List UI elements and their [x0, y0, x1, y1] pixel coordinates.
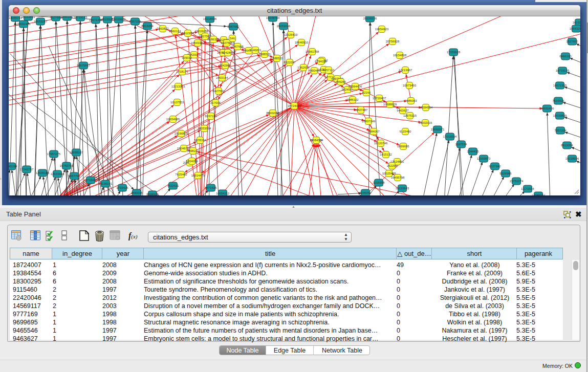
svg-text:1167534: 1167534: [455, 143, 468, 146]
svg-text:19218506: 19218506: [203, 17, 217, 20]
svg-text:19166825: 19166825: [175, 132, 188, 135]
svg-text:6794028: 6794028: [315, 60, 327, 63]
svg-text:10688609: 10688609: [383, 103, 397, 106]
svg-text:746266: 746266: [336, 80, 346, 83]
svg-text:17016504: 17016504: [443, 135, 457, 138]
svg-text:20364436: 20364436: [349, 85, 362, 88]
svg-text:546: 546: [230, 37, 235, 40]
svg-text:2803144: 2803144: [216, 76, 228, 79]
svg-text:2087682: 2087682: [227, 25, 239, 28]
svg-text:20756928: 20756928: [386, 40, 400, 43]
svg-text:19302015: 19302015: [419, 121, 432, 124]
svg-text:8813054: 8813054: [561, 144, 573, 147]
svg-text:10653267: 10653267: [570, 27, 580, 30]
svg-text:8660124: 8660124: [169, 30, 181, 33]
svg-text:9245052: 9245052: [359, 191, 372, 194]
svg-text:10807487: 10807487: [354, 108, 368, 112]
svg-text:9657791: 9657791: [68, 174, 80, 178]
svg-text:15720407: 15720407: [373, 97, 386, 100]
svg-text:10719135: 10719135: [74, 16, 88, 19]
svg-text:2367608: 2367608: [231, 45, 244, 48]
svg-text:14055724: 14055724: [532, 194, 546, 195]
svg-text:14055724: 14055724: [9, 16, 23, 19]
svg-text:12093873: 12093873: [477, 157, 491, 160]
svg-text:19384554: 19384554: [310, 139, 323, 142]
svg-text:19384554: 19384554: [419, 106, 433, 109]
svg-text:10025438: 10025438: [382, 172, 396, 175]
svg-text:16210643: 16210643: [396, 187, 409, 190]
svg-text:7663822: 7663822: [157, 27, 169, 30]
svg-text:8427552: 8427552: [212, 90, 225, 93]
svg-text:17359928: 17359928: [447, 51, 461, 54]
svg-text:15692971: 15692971: [431, 128, 445, 131]
svg-text:10654112: 10654112: [216, 192, 230, 195]
svg-text:12923466: 12923466: [51, 172, 64, 176]
svg-text:3684067: 3684067: [367, 130, 380, 133]
svg-text:18724007: 18724007: [288, 104, 301, 107]
svg-text:10973493: 10973493: [403, 84, 417, 87]
svg-text:13353594: 13353594: [198, 127, 211, 130]
svg-text:0699695: 0699695: [397, 145, 409, 148]
svg-text:5878334: 5878334: [194, 139, 206, 142]
svg-text:16495798: 16495798: [391, 176, 405, 179]
svg-text:252254: 252254: [387, 164, 398, 167]
svg-text:16671355: 16671355: [553, 84, 567, 87]
svg-text:10107553: 10107553: [170, 101, 184, 104]
svg-text:20691406: 20691406: [17, 23, 31, 26]
svg-text:16914479: 16914479: [191, 174, 205, 177]
svg-text:19654923: 19654923: [375, 28, 389, 31]
svg-text:1527602: 1527602: [566, 40, 578, 43]
svg-text:7485063: 7485063: [405, 99, 417, 102]
svg-text:9227342: 9227342: [489, 165, 501, 168]
svg-text:16782759: 16782759: [60, 164, 74, 167]
svg-text:20691406: 20691406: [540, 107, 554, 110]
svg-text:12213967: 12213967: [399, 69, 412, 72]
svg-text:19654985: 19654985: [166, 118, 180, 121]
svg-text:6466160: 6466160: [559, 55, 572, 58]
svg-text:1145194: 1145194: [9, 165, 17, 168]
svg-text:1527602: 1527602: [50, 16, 62, 19]
svg-text:3215958: 3215958: [373, 181, 385, 184]
svg-text:19218506: 19218506: [565, 157, 579, 160]
svg-text:16033809: 16033809: [573, 21, 580, 24]
svg-text:8457110: 8457110: [323, 69, 335, 72]
svg-text:18807249: 18807249: [362, 120, 376, 123]
svg-text:7986322: 7986322: [346, 98, 359, 101]
svg-text:5498222: 5498222: [187, 149, 199, 152]
svg-text:8322037: 8322037: [284, 61, 296, 64]
svg-text:17342757: 17342757: [20, 168, 34, 171]
svg-text:17957275: 17957275: [47, 152, 61, 156]
svg-text:16033809: 16033809: [21, 16, 35, 18]
svg-text:14136141: 14136141: [99, 182, 113, 185]
svg-text:1733426: 1733426: [116, 186, 128, 189]
svg-text:6466160: 6466160: [61, 16, 73, 18]
svg-text:217006: 217006: [210, 101, 221, 104]
svg-text:8813054: 8813054: [141, 25, 154, 28]
svg-text:19302015: 19302015: [266, 112, 280, 115]
svg-text:13325419: 13325419: [284, 33, 298, 36]
svg-text:9242848: 9242848: [222, 51, 234, 54]
svg-text:16033809: 16033809: [112, 18, 126, 21]
svg-text:15751074: 15751074: [510, 180, 524, 183]
svg-text:16961758: 16961758: [306, 50, 319, 53]
svg-text:20206536: 20206536: [363, 17, 377, 20]
svg-text:18640910: 18640910: [295, 41, 309, 44]
svg-text:5204099: 5204099: [186, 160, 198, 163]
svg-text:16033809: 16033809: [553, 114, 567, 117]
svg-text:939011: 939011: [182, 56, 192, 59]
svg-text:8267110: 8267110: [205, 115, 217, 118]
svg-text:1588520: 1588520: [271, 57, 283, 60]
svg-text:1588520: 1588520: [258, 53, 271, 56]
svg-text:16120746: 16120746: [374, 142, 388, 145]
svg-text:7632621: 7632621: [167, 184, 179, 187]
svg-text:20053346: 20053346: [277, 25, 291, 28]
svg-text:8471626: 8471626: [205, 186, 217, 189]
svg-text:8938923: 8938923: [146, 193, 159, 195]
svg-text:9146821: 9146821: [249, 49, 262, 52]
svg-text:16648784: 16648784: [266, 16, 280, 19]
svg-text:1615132: 1615132: [380, 153, 392, 156]
svg-text:15716485: 15716485: [84, 179, 98, 182]
svg-text:16543382: 16543382: [191, 41, 205, 45]
svg-text:7625402: 7625402: [175, 173, 187, 176]
svg-text:9115460: 9115460: [400, 130, 412, 133]
